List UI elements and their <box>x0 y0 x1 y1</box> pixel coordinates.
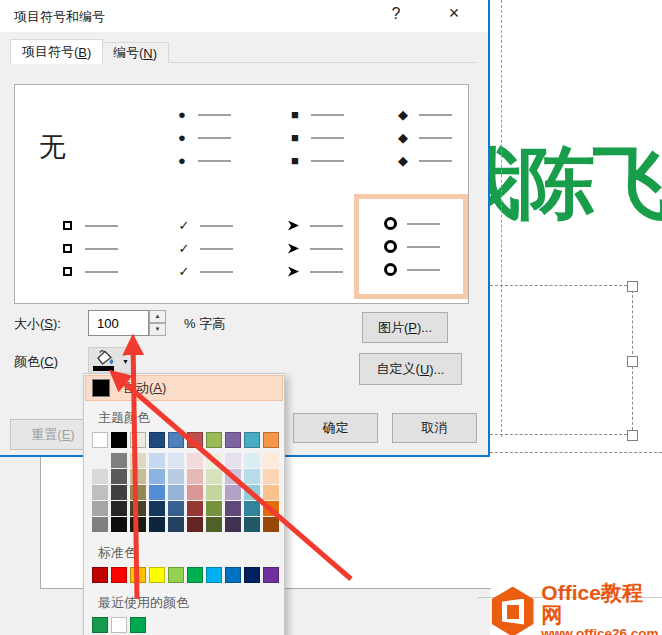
color-swatch[interactable] <box>168 469 184 484</box>
color-swatch[interactable] <box>225 453 241 468</box>
resize-handle-top-right[interactable] <box>627 281 638 292</box>
color-swatch[interactable] <box>168 567 184 583</box>
color-swatch[interactable] <box>168 517 184 532</box>
color-swatch[interactable] <box>187 469 203 484</box>
bullet-option-none[interactable]: 无 <box>39 129 66 165</box>
dialog-titlebar[interactable]: 项目符号和编号 ? × <box>0 0 488 32</box>
color-swatch[interactable] <box>111 485 127 500</box>
bullet-option-selected-frame[interactable] <box>354 194 468 299</box>
color-picker-button[interactable]: ▼ <box>88 347 135 375</box>
color-swatch[interactable] <box>92 501 108 516</box>
customize-button[interactable]: 自定义(U)... <box>359 353 462 385</box>
color-swatch[interactable] <box>92 517 108 532</box>
color-swatch[interactable] <box>187 432 203 448</box>
color-swatch[interactable] <box>130 501 146 516</box>
color-swatch[interactable] <box>168 432 184 448</box>
help-icon[interactable]: ? <box>385 5 407 23</box>
tab-numbering[interactable]: 编号(N) <box>101 42 169 63</box>
color-swatch[interactable] <box>111 453 127 468</box>
color-swatch[interactable] <box>206 485 222 500</box>
color-swatch[interactable] <box>149 485 165 500</box>
resize-handle-bottom-right[interactable] <box>627 430 638 441</box>
color-swatch[interactable] <box>187 517 203 532</box>
bullet-option-filled-square[interactable]: ■■■ <box>287 108 344 167</box>
color-swatch[interactable] <box>149 469 165 484</box>
color-swatch[interactable] <box>244 432 260 448</box>
color-swatch[interactable] <box>92 617 108 633</box>
bullet-option-hollow-square[interactable] <box>61 219 118 278</box>
color-swatch[interactable] <box>130 517 146 532</box>
color-swatch[interactable] <box>225 517 241 532</box>
color-swatch[interactable] <box>244 453 260 468</box>
color-swatch[interactable] <box>187 485 203 500</box>
color-swatch[interactable] <box>111 501 127 516</box>
automatic-color-item[interactable]: 自动(A) <box>85 375 283 401</box>
color-swatch[interactable] <box>225 501 241 516</box>
color-swatch[interactable] <box>187 453 203 468</box>
color-swatch[interactable] <box>149 501 165 516</box>
color-swatch[interactable] <box>244 501 260 516</box>
color-swatch[interactable] <box>168 501 184 516</box>
color-swatch[interactable] <box>263 485 279 500</box>
color-swatch[interactable] <box>130 469 146 484</box>
color-swatch[interactable] <box>92 453 108 468</box>
color-swatch[interactable] <box>111 567 127 583</box>
color-swatch[interactable] <box>130 567 146 583</box>
color-swatch[interactable] <box>206 453 222 468</box>
bullet-option-hollow-circle[interactable] <box>382 217 440 276</box>
color-swatch[interactable] <box>263 453 279 468</box>
color-swatch[interactable] <box>168 485 184 500</box>
color-swatch[interactable] <box>263 517 279 532</box>
color-swatch[interactable] <box>263 567 279 583</box>
color-swatch[interactable] <box>206 432 222 448</box>
spin-up-icon[interactable]: ▲ <box>149 310 166 323</box>
tab-bullets[interactable]: 项目符号(B) <box>10 39 103 64</box>
resize-handle-middle-right[interactable] <box>627 356 638 367</box>
color-swatch[interactable] <box>206 469 222 484</box>
color-swatch[interactable] <box>225 432 241 448</box>
bullet-option-filled-diamond[interactable]: ◆◆◆ <box>395 108 452 167</box>
bullet-option-filled-circle[interactable]: ●●● <box>174 108 231 167</box>
spin-down-icon[interactable]: ▼ <box>149 323 166 336</box>
ok-button[interactable]: 确定 <box>293 413 378 443</box>
theme-variant-row <box>92 485 284 500</box>
color-swatch[interactable] <box>130 432 146 448</box>
color-swatch[interactable] <box>244 469 260 484</box>
color-swatch[interactable] <box>130 617 146 633</box>
color-swatch[interactable] <box>130 453 146 468</box>
color-swatch[interactable] <box>111 517 127 532</box>
color-swatch[interactable] <box>244 567 260 583</box>
color-swatch[interactable] <box>92 469 108 484</box>
size-input[interactable] <box>88 310 149 336</box>
color-swatch[interactable] <box>92 567 108 583</box>
color-swatch[interactable] <box>111 432 127 448</box>
color-swatch[interactable] <box>263 432 279 448</box>
close-icon[interactable]: × <box>443 3 465 24</box>
color-swatch[interactable] <box>263 501 279 516</box>
color-swatch[interactable] <box>225 485 241 500</box>
color-swatch[interactable] <box>130 485 146 500</box>
color-swatch[interactable] <box>187 567 203 583</box>
color-swatch[interactable] <box>187 501 203 516</box>
color-swatch[interactable] <box>149 567 165 583</box>
color-swatch[interactable] <box>92 485 108 500</box>
color-swatch[interactable] <box>244 485 260 500</box>
color-swatch[interactable] <box>111 469 127 484</box>
color-swatch[interactable] <box>206 501 222 516</box>
color-swatch[interactable] <box>206 567 222 583</box>
color-swatch[interactable] <box>206 517 222 532</box>
color-swatch[interactable] <box>263 469 279 484</box>
color-swatch[interactable] <box>149 517 165 532</box>
bullet-option-arrow[interactable] <box>286 219 343 278</box>
cancel-button[interactable]: 取消 <box>392 413 477 443</box>
picture-button[interactable]: 图片(P)... <box>362 312 448 343</box>
color-swatch[interactable] <box>149 432 165 448</box>
color-swatch[interactable] <box>244 517 260 532</box>
color-swatch[interactable] <box>168 453 184 468</box>
color-swatch[interactable] <box>111 617 127 633</box>
color-swatch[interactable] <box>149 453 165 468</box>
color-swatch[interactable] <box>225 567 241 583</box>
color-swatch[interactable] <box>92 432 108 448</box>
color-swatch[interactable] <box>225 469 241 484</box>
bullet-option-check[interactable]: ✓✓✓ <box>176 219 233 278</box>
